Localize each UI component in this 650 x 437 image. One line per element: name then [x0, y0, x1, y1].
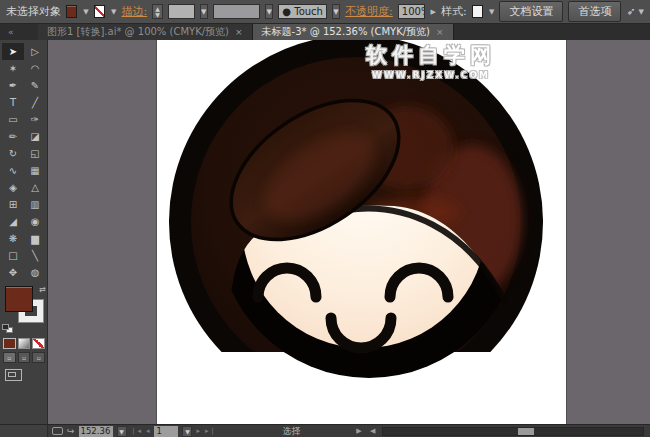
brush-dropdown[interactable]: ▼: [332, 4, 340, 19]
zoom-tool[interactable]: ◍: [24, 264, 46, 281]
tab-title[interactable]: 未标题-3* @ 152.36% (CMYK/预览): [262, 25, 430, 39]
export-arrow-icon[interactable]: ↪: [67, 427, 75, 436]
rectangle-tool[interactable]: ▭: [2, 111, 24, 128]
workspace-dropdown-icon[interactable]: ▼: [639, 8, 644, 16]
tab-document-2[interactable]: 未标题-3* @ 152.36% (CMYK/预览) ×: [253, 24, 454, 40]
panel-collapse-icon[interactable]: «: [0, 24, 38, 40]
preferences-button[interactable]: 首选项: [568, 1, 621, 22]
document-tab-bar: « 图形1 [转换].ai* @ 100% (CMYK/预览) × 未标题-3*…: [0, 24, 650, 40]
artboard-tool[interactable]: □: [2, 247, 24, 264]
lasso-tool[interactable]: ◠: [24, 60, 46, 77]
zoom-level-field[interactable]: 152.36: [79, 426, 113, 437]
fill-color-swatch[interactable]: [66, 5, 77, 18]
stepper-down-icon[interactable]: ▼: [155, 12, 160, 17]
rotate-tool[interactable]: ↻: [2, 145, 24, 162]
tab-close-icon[interactable]: ×: [235, 27, 243, 37]
status-bar: ↪ 152.36 ▼ ❘◂ ◂ 1 ▼ ▸ ▸❘ 选择 ▶ ◀: [0, 424, 650, 437]
fill-indicator-swatch[interactable]: [5, 286, 33, 312]
tab-title[interactable]: 图形1 [转换].ai* @ 100% (CMYK/预览): [47, 25, 229, 39]
stroke-weight-field[interactable]: [168, 4, 195, 19]
hand-tool[interactable]: ✥: [2, 264, 24, 281]
main-area: ➤▷✶◠✒✎T╱▭✑✏◪↻◱∿▦◈△⊞▥◢◉❋▆□╲✥◍ ⇄ ▫ ▫ ▫: [0, 40, 650, 424]
artboard-proxy-icon[interactable]: [52, 427, 63, 435]
stroke-color-swatch[interactable]: [94, 5, 105, 18]
current-tool-status: 选择: [282, 425, 300, 437]
control-bar: 未选择对象 ▼ ▼ 描边: ▲▼ ▼ ▼ ● Touch C...▼ 不透明度:…: [0, 0, 650, 24]
type-tool[interactable]: T: [2, 94, 24, 111]
swap-fill-stroke-icon[interactable]: ⇄: [39, 285, 46, 294]
blend-tool[interactable]: ◉: [24, 213, 46, 230]
tab-document-1[interactable]: 图形1 [转换].ai* @ 100% (CMYK/预览) ×: [38, 24, 253, 40]
gradient-button[interactable]: [18, 338, 31, 349]
pencil-tool[interactable]: ✏: [2, 128, 24, 145]
color-button[interactable]: [3, 338, 16, 349]
artboard-number-field[interactable]: 1: [154, 426, 178, 437]
eraser-tool[interactable]: ◪: [24, 128, 46, 145]
selection-tool[interactable]: ➤: [2, 43, 24, 60]
mesh-tool[interactable]: ⊞: [2, 196, 24, 213]
tools-grid: ➤▷✶◠✒✎T╱▭✑✏◪↻◱∿▦◈△⊞▥◢◉❋▆□╲✥◍: [0, 40, 47, 281]
tab-close-icon[interactable]: ×: [436, 27, 444, 37]
color-mode-row: [0, 335, 47, 349]
fill-stroke-indicator: ⇄: [0, 285, 47, 335]
paintbrush-tool[interactable]: ✑: [24, 111, 46, 128]
stroke-link[interactable]: 描边:: [122, 4, 148, 19]
line-segment-tool[interactable]: ╱: [24, 94, 46, 111]
perspective-grid-tool[interactable]: △: [24, 179, 46, 196]
next-artboard-button[interactable]: ▸: [196, 427, 201, 435]
draw-inside-button[interactable]: ▫: [32, 352, 45, 363]
horizontal-scrollbar[interactable]: [382, 427, 644, 436]
workspace-cursor-icon[interactable]: ➶: [626, 5, 635, 18]
none-button[interactable]: [32, 338, 45, 349]
variable-width-profile-field[interactable]: [213, 4, 260, 19]
profile-dropdown[interactable]: ▼: [265, 4, 273, 19]
opacity-link[interactable]: 不透明度:: [345, 4, 393, 19]
style-dropdown-icon[interactable]: ▼: [489, 8, 494, 16]
style-label: 样式:: [441, 4, 467, 19]
brush-definition-field[interactable]: ● Touch C...: [278, 4, 326, 19]
style-swatch[interactable]: [472, 5, 483, 18]
scrollbar-arrow-icons[interactable]: ▶ ◀: [356, 427, 378, 435]
shape-builder-tool[interactable]: ◈: [2, 179, 24, 196]
girl-face-artwork[interactable]: [157, 40, 566, 424]
opacity-field[interactable]: 100%: [398, 4, 425, 19]
symbol-sprayer-tool[interactable]: ❋: [2, 230, 24, 247]
slice-tool[interactable]: ╲: [24, 247, 46, 264]
default-fill-stroke-icon[interactable]: [2, 324, 13, 333]
zoom-dropdown[interactable]: ▼: [117, 426, 127, 437]
artboard-dropdown[interactable]: ▼: [182, 426, 192, 437]
free-transform-tool[interactable]: ▦: [24, 162, 46, 179]
prev-artboard-button[interactable]: ◂: [146, 427, 151, 435]
last-artboard-button[interactable]: ▸❘: [205, 427, 216, 435]
artboard[interactable]: 软件自学网 WWW.RJZXW.COM: [157, 40, 566, 424]
toolbar-footer: [0, 425, 48, 437]
illustrator-window: 未选择对象 ▼ ▼ 描边: ▲▼ ▼ ▼ ● Touch C...▼ 不透明度:…: [0, 0, 650, 437]
eyedropper-tool[interactable]: ◢: [2, 213, 24, 230]
screen-mode-button[interactable]: [5, 369, 22, 381]
fill-dropdown-icon[interactable]: ▼: [83, 8, 88, 16]
stroke-weight-stepper[interactable]: ▲▼: [152, 4, 163, 19]
draw-normal-button[interactable]: ▫: [3, 352, 16, 363]
first-artboard-button[interactable]: ❘◂: [131, 427, 142, 435]
drawing-mode-row: ▫ ▫ ▫: [0, 349, 47, 363]
stroke-weight-dropdown[interactable]: ▼: [200, 4, 208, 19]
document-setup-button[interactable]: 文档设置: [499, 1, 563, 22]
scale-tool[interactable]: ◱: [24, 145, 46, 162]
width-tool[interactable]: ∿: [2, 162, 24, 179]
draw-behind-button[interactable]: ▫: [18, 352, 31, 363]
selection-status: 未选择对象: [6, 4, 61, 19]
canvas-pasteboard[interactable]: 软件自学网 WWW.RJZXW.COM: [48, 40, 650, 424]
gradient-tool[interactable]: ▥: [24, 196, 46, 213]
column-graph-tool[interactable]: ▆: [24, 230, 46, 247]
curvature-tool[interactable]: ✎: [24, 77, 46, 94]
stroke-dropdown-icon[interactable]: ▼: [111, 8, 116, 16]
tools-panel: ➤▷✶◠✒✎T╱▭✑✏◪↻◱∿▦◈△⊞▥◢◉❋▆□╲✥◍ ⇄ ▫ ▫ ▫: [0, 40, 48, 424]
pen-tool[interactable]: ✒: [2, 77, 24, 94]
opacity-more-icon[interactable]: ▶: [431, 8, 436, 16]
direct-selection-tool[interactable]: ▷: [24, 43, 46, 60]
magic-wand-tool[interactable]: ✶: [2, 60, 24, 77]
scrollbar-thumb[interactable]: [518, 428, 534, 435]
